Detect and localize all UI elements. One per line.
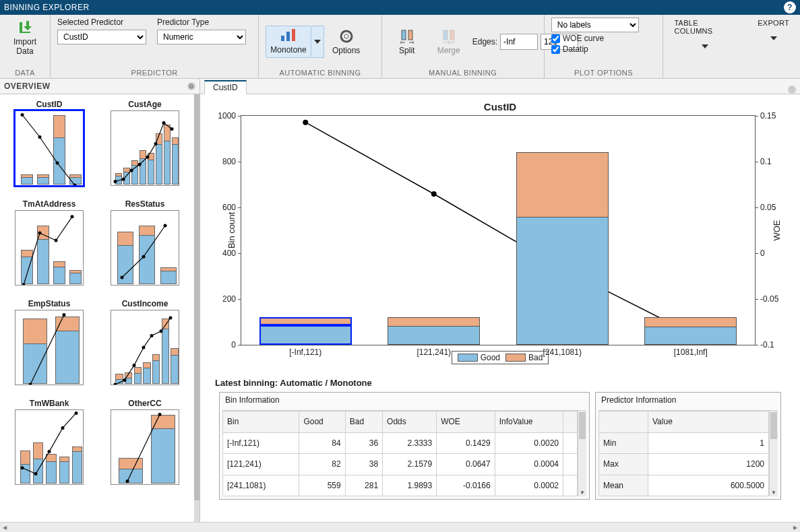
pred-info-title: Predictor Information [596,393,780,407]
col-Bin[interactable]: Bin [223,411,299,433]
svg-rect-6 [408,30,412,40]
svg-point-31 [123,378,127,382]
svg-point-15 [130,169,133,172]
split-icon [399,28,415,44]
tab-custid[interactable]: CustID [204,80,247,94]
chevron-down-icon [770,36,777,40]
overview-thumb-EmpStatus[interactable]: EmpStatus [4,299,94,385]
bin-info-scrollbar[interactable]: ▼ [578,411,586,496]
predictor-type-dropdown[interactable]: Numeric [157,30,246,44]
tab-collapse-icon[interactable] [788,86,796,94]
svg-point-21 [22,284,26,286]
y2tick: 0.1 [760,157,786,166]
edge-low-input[interactable] [500,34,538,50]
datatip-checkbox[interactable]: Datatip [551,44,639,54]
import-label: Import Data [13,37,36,56]
thumb-title: TmWBank [30,399,69,408]
svg-rect-1 [286,32,290,41]
table-row[interactable]: Max1200 [599,454,769,475]
svg-point-9 [21,113,24,117]
overview-thumb-ResStatus[interactable]: ResStatus [100,199,190,286]
table-columns-button[interactable]: TABLE COLUMNS [670,18,740,50]
overview-scrollbar[interactable] [194,94,199,522]
svg-point-38 [34,472,38,475]
col-InfoValue[interactable]: InfoValue [495,411,563,433]
table-row[interactable]: Mean600.5000 [599,475,769,496]
bar-0[interactable] [259,317,352,345]
table-row[interactable]: Min1 [599,432,769,454]
edges-label: Edges: [472,37,497,46]
monotone-label: Monotone [270,45,306,55]
bin-information-panel: Bin Information BinGoodBadOddsWOEInfoVal… [219,392,590,500]
chevron-down-icon [702,44,708,48]
col-Odds[interactable]: Odds [383,411,437,433]
thumb-title: OtherCC [128,399,161,408]
svg-point-26 [142,255,146,259]
y2tick: -0.05 [760,294,786,304]
selected-predictor-dropdown[interactable]: CustID [57,30,146,44]
window-title: BINNING EXPLORER [4,3,90,12]
col-Good[interactable]: Good [299,411,345,433]
monotone-button[interactable]: Monotone [266,26,311,58]
data-group-label: DATA [7,69,43,77]
table-row[interactable]: [-Inf,121)84362.33330.14290.0020 [223,432,578,454]
pred-info-scrollbar[interactable]: ▼ [769,411,778,496]
main-panel: CustID CustID Bin count WOE 020040060080… [200,79,800,522]
overview-thumb-TmWBank[interactable]: TmWBank [4,399,94,485]
bar-2[interactable] [516,152,609,345]
ytick: 0 [214,340,236,350]
help-icon[interactable]: ? [784,1,796,13]
scroll-left-icon[interactable]: ◀ [0,523,9,532]
overview-thumb-TmAtAddress[interactable]: TmAtAddress [4,199,94,286]
manual-group-label: MANUAL BINNING [389,69,537,77]
labels-dropdown[interactable]: No labels [551,18,639,32]
ytick: 600 [214,203,236,212]
datatip-input[interactable] [551,45,560,54]
bottom-scrollbar[interactable]: ◀ ▶ [0,522,800,532]
overview-thumb-CustID[interactable]: CustID [4,100,94,186]
svg-point-25 [121,276,124,279]
merge-label: Merge [437,46,460,55]
overview-collapse-icon[interactable]: ⊙ [187,82,195,90]
overview-thumb-CustIncome[interactable]: CustIncome [100,299,190,385]
barchart-icon [280,29,297,42]
woe-curve-input[interactable] [551,34,560,43]
overview-thumb-OtherCC[interactable]: OtherCC [100,399,190,485]
bar-1[interactable] [388,317,480,345]
col-Bad[interactable]: Bad [345,411,382,433]
svg-point-20 [171,127,174,131]
overview-thumb-CustAge[interactable]: CustAge [100,100,190,186]
import-icon [17,20,33,36]
svg-point-32 [133,364,136,367]
xtick: [241,1081) [543,347,582,357]
svg-point-16 [138,163,142,166]
svg-point-4 [344,34,348,38]
table-row[interactable]: [121,241)82382.15790.06470.0004 [223,454,578,475]
options-label: Options [332,46,360,55]
options-button[interactable]: Options [328,26,365,57]
bar-3[interactable] [644,317,737,345]
svg-point-42 [126,479,129,483]
import-data-button[interactable]: Import Data [7,18,43,58]
svg-point-33 [142,346,146,350]
svg-point-39 [48,450,51,453]
scroll-right-icon[interactable]: ▶ [791,523,800,532]
svg-point-27 [164,224,167,228]
chevron-down-icon [314,40,321,44]
plot-group-label: PLOT OPTIONS [551,69,656,77]
table-row[interactable]: [241,1081)5592811.9893-0.01660.0002 [223,475,578,496]
svg-point-29 [63,313,66,317]
col-value[interactable]: Value [648,411,769,433]
split-label: Split [399,46,414,55]
legend-bad-swatch [505,354,526,362]
bin-info-table[interactable]: BinGoodBadOddsWOEInfoValue[-Inf,121)8436… [222,411,578,496]
svg-point-18 [154,142,158,145]
col-WOE[interactable]: WOE [437,411,495,433]
split-button[interactable]: Split [389,26,425,57]
svg-point-43 [158,413,162,416]
pred-info-table[interactable]: ValueMin1Max1200Mean600.5000 [598,411,769,496]
bin-chart[interactable]: Bin count WOE 02004006008001000-0.1-0.05… [241,115,756,345]
monotone-dropdown[interactable] [311,26,324,58]
export-button[interactable]: EXPORT [753,18,793,42]
woe-curve-checkbox[interactable]: WOE curve [551,34,639,43]
